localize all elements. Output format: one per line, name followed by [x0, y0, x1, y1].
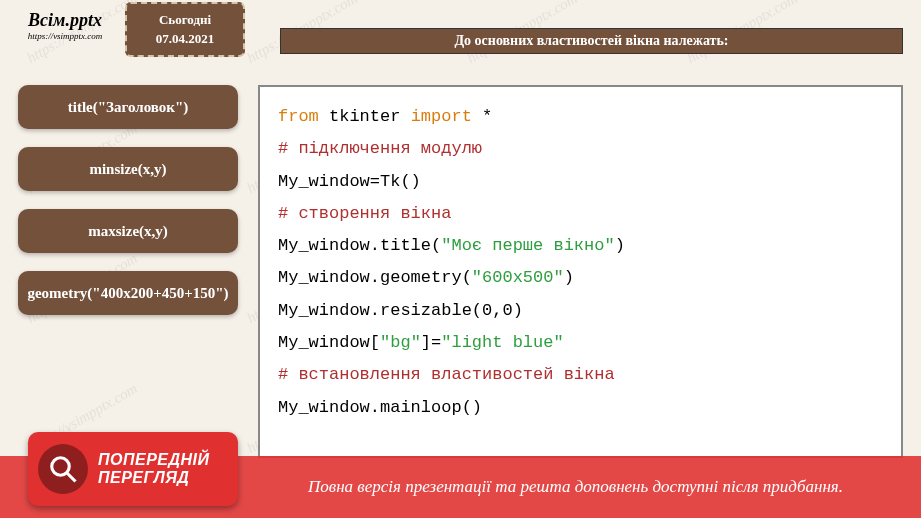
- code-string: "600x500": [472, 268, 564, 287]
- preview-badge: ПОПЕРЕДНІЙ ПЕРЕГЛЯД: [28, 432, 238, 506]
- slide-heading: До основних властивостей вікна належать:: [280, 28, 903, 54]
- prop-minsize: minsize(x,y): [18, 147, 238, 191]
- code-text: ): [615, 236, 625, 255]
- svg-line-1: [67, 473, 76, 482]
- code-string: "light blue": [441, 333, 563, 352]
- date-badge: Сьогодні 07.04.2021: [125, 2, 245, 57]
- code-string: "Моє перше вікно": [441, 236, 614, 255]
- code-text: ): [564, 268, 574, 287]
- code-text: tkinter: [329, 107, 400, 126]
- code-comment: # створення вікна: [278, 198, 883, 230]
- code-line: My_window.resizable(0,0): [278, 295, 883, 327]
- prop-title: title("Заголовок"): [18, 85, 238, 129]
- code-keyword: import: [411, 107, 472, 126]
- code-text: ]=: [421, 333, 441, 352]
- preview-line1: ПОПЕРЕДНІЙ: [98, 451, 210, 469]
- logo-url: https://vsimpptx.com: [10, 31, 120, 41]
- code-line: My_window=Tk(): [278, 166, 883, 198]
- code-panel: from tkinter import * # підключення моду…: [258, 85, 903, 458]
- code-line: from tkinter import *: [278, 101, 883, 133]
- prop-geometry: geometry("400x200+450+150"): [18, 271, 238, 315]
- code-line: My_window["bg"]="light blue": [278, 327, 883, 359]
- code-comment: # встановлення властивостей вікна: [278, 359, 883, 391]
- properties-column: title("Заголовок") minsize(x,y) maxsize(…: [18, 85, 238, 458]
- code-line: My_window.geometry("600x500"): [278, 262, 883, 294]
- magnifier-icon: [38, 444, 88, 494]
- logo-box: Всім.pptx https://vsimpptx.com: [10, 10, 120, 41]
- code-text: *: [482, 107, 492, 126]
- preview-line2: ПЕРЕГЛЯД: [98, 469, 210, 487]
- code-keyword: from: [278, 107, 319, 126]
- date-badge-date: 07.04.2021: [156, 30, 215, 48]
- date-badge-label: Сьогодні: [159, 11, 211, 29]
- code-line: My_window.mainloop(): [278, 392, 883, 424]
- code-line: My_window.title("Моє перше вікно"): [278, 230, 883, 262]
- svg-point-0: [52, 458, 70, 476]
- code-text: My_window.geometry(: [278, 268, 472, 287]
- code-text: My_window[: [278, 333, 380, 352]
- code-comment: # підключення модулю: [278, 133, 883, 165]
- purchase-notice-text: Повна версія презентації та решта доповн…: [308, 477, 843, 497]
- logo-title: Всім.pptx: [10, 10, 120, 31]
- prop-maxsize: maxsize(x,y): [18, 209, 238, 253]
- code-text: My_window.title(: [278, 236, 441, 255]
- code-string: "bg": [380, 333, 421, 352]
